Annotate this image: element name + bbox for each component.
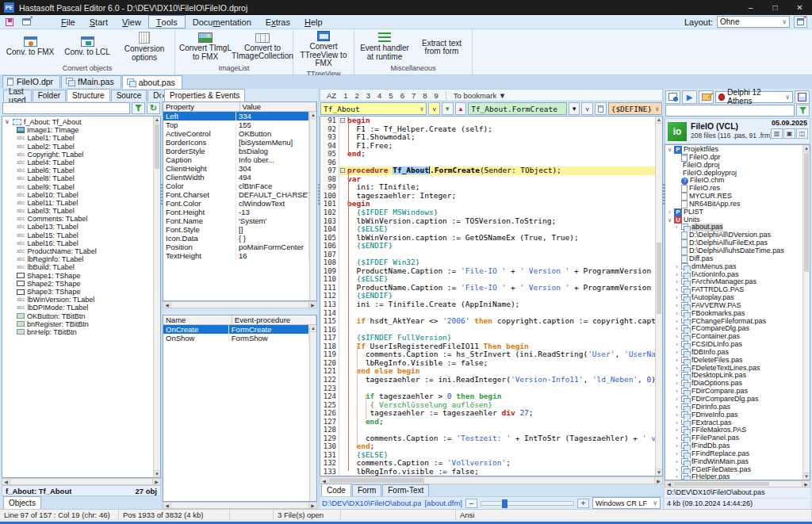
toolbar-button-convert-timgl-to-fmx[interactable]: Convert TImgL to FMX: [177, 31, 234, 63]
code-line-120[interactable]: 120 lbRegInfo.Visible := false;: [320, 359, 655, 368]
file-tree-item-fdeletetextlines-pas[interactable]: ›FDeleteTextLines.pas: [667, 365, 802, 373]
code-line-113[interactable]: 113 ini := Tinifile.Create (AppIniName);: [320, 300, 655, 309]
filter-button[interactable]: [132, 102, 145, 114]
scroll-left-icon[interactable]: ◀: [163, 503, 171, 508]
file-tree-item-fhelper-pas[interactable]: ›FHelper.pas: [667, 473, 802, 480]
column-value[interactable]: Value: [240, 102, 317, 111]
tree-item-lbwinversion[interactable]: abclbWinVersion: TLabel: [4, 296, 153, 304]
file-tree-item-ffilepanel-pas[interactable]: ›FFilePanel.pas: [667, 434, 802, 442]
chevron-collapsed-icon[interactable]: ›: [674, 333, 680, 341]
splitter-middle[interactable]: [318, 89, 320, 509]
toolbar-button-convert-to-timagecollection[interactable]: Convert to TImageCollection: [234, 32, 291, 63]
file-tree-item-fileio-res[interactable]: FileIO.res: [667, 185, 802, 193]
property-row-top[interactable]: Top155: [163, 120, 309, 129]
properties-scrollbar[interactable]: ▲: [309, 112, 316, 300]
file-tree-item-ffindreplace-pas[interactable]: ›FFindReplace.pas: [667, 450, 802, 458]
code-line-125[interactable]: 125 { Verschlüsselung auflösen}: [320, 401, 655, 410]
bookmark-9[interactable]: 9: [435, 91, 439, 100]
define-select[interactable]: {$DEFINE} ∨: [608, 102, 662, 115]
toolbar-button-extract-text-from-form[interactable]: Extract text from form: [413, 36, 470, 58]
code-line-100[interactable]: 100 tageszaehler: Integer;: [320, 192, 655, 201]
zoom-in-button[interactable]: +: [577, 499, 589, 508]
menu-item-view[interactable]: View: [115, 15, 148, 29]
chevron-collapsed-icon[interactable]: ›: [674, 318, 680, 326]
code-line-99[interactable]: 99 ini: TInifile;: [320, 183, 655, 192]
property-row-font-name[interactable]: Font.Name'System': [163, 216, 309, 225]
property-row-left[interactable]: Left334: [163, 112, 309, 120]
next-method-button[interactable]: ▼: [442, 102, 454, 115]
chevron-expanded-icon[interactable]: ∨: [667, 216, 672, 224]
scroll-left-icon[interactable]: ◀: [320, 477, 328, 484]
scroll-down-icon[interactable]: ▼: [154, 470, 160, 477]
file-tree-item-fileio-dpr[interactable]: FileIO.dpr: [667, 154, 802, 162]
file-tree-item-fdbinfo-pas[interactable]: ›fDBInfo.pas: [667, 349, 802, 357]
code-line-95[interactable]: 95end;: [320, 150, 655, 159]
tree-item-comments[interactable]: abcComments: TLabel: [4, 215, 153, 223]
chevron-collapsed-icon[interactable]: ›: [674, 442, 680, 450]
minimize-button[interactable]: –: [738, 0, 763, 15]
chevron-collapsed-icon[interactable]: ›: [674, 473, 680, 480]
sync-button[interactable]: [595, 102, 607, 115]
maximize-button[interactable]: □: [763, 0, 787, 15]
property-row-font-height[interactable]: Font.Height-13: [163, 208, 309, 216]
event-row-onshow[interactable]: OnShowFormShow: [163, 334, 309, 342]
column-event-name[interactable]: Name: [163, 316, 232, 324]
project-tree-scrollbar[interactable]: ▲ ▼: [802, 145, 810, 480]
tree-item-label3[interactable]: abcLabel3: TLabel: [4, 207, 153, 215]
menu-item-tools[interactable]: Tools: [148, 15, 186, 29]
chevron-expanded-icon[interactable]: ∨: [4, 118, 10, 126]
scroll-left-icon[interactable]: ◀: [665, 481, 673, 487]
bookmark-az-button[interactable]: AZ: [327, 91, 336, 100]
tab-objects[interactable]: Objects: [3, 496, 41, 509]
chevron-collapsed-icon[interactable]: ›: [674, 434, 680, 442]
chevron-collapsed-icon[interactable]: ›: [674, 426, 680, 434]
tab-last-used[interactable]: Last used: [3, 90, 32, 101]
chevron-collapsed-icon[interactable]: ›: [674, 450, 680, 458]
scroll-up-icon[interactable]: ▲: [310, 112, 316, 119]
property-row-clientwidth[interactable]: ClientWidth494: [163, 173, 309, 182]
chevron-collapsed-icon[interactable]: ›: [674, 466, 680, 474]
property-row-icon-data[interactable]: Icon.Data{ }: [163, 234, 309, 243]
tree-item-label4[interactable]: abcLabel4: TLabel: [4, 159, 153, 166]
file-tree-item-d-delphiall-ufileext-pas[interactable]: D:\DelphiAll\uFileExt.pas: [667, 239, 802, 247]
method-down-button[interactable]: ▼: [569, 102, 580, 115]
inspector-splitter[interactable]: [163, 308, 317, 315]
folder-new-button[interactable]: ▣: [783, 128, 795, 139]
property-row-font-color[interactable]: Font.ColorclWindowText: [163, 199, 309, 208]
chevron-collapsed-icon[interactable]: ›: [674, 341, 680, 349]
code-line-105[interactable]: 105 lbWinVersion.caption := GetOSNameEx …: [320, 234, 655, 243]
chevron-collapsed-icon[interactable]: ›: [667, 208, 672, 216]
toolbar-button-convert-ttreeview-to-fmx[interactable]: Convert TTreeView to FMX: [295, 29, 352, 70]
file-tree-item-farchivmanager-pas[interactable]: ›FArchivManager.pas: [667, 278, 802, 286]
code-line-92[interactable]: 92 F1 := Tf_Helper.Create (self);: [320, 125, 655, 134]
code-line-107[interactable]: 107: [320, 251, 655, 259]
code-line-104[interactable]: 104 {$ELSE}: [320, 225, 655, 234]
code-line-131[interactable]: 131 {$ELSE}: [320, 451, 655, 460]
refresh-button[interactable]: ↻: [147, 102, 160, 114]
tree-item-label6[interactable]: abcLabel6: TLabel: [4, 166, 153, 174]
file-tree-item-fcsidlinfo-pas[interactable]: ›FCSIDLInfo.pas: [667, 341, 802, 349]
code-editor[interactable]: 91–begin92 F1 := Tf_Helper.Create (self)…: [320, 116, 663, 476]
tree-item-label2[interactable]: abcLabel2: TLabel: [4, 143, 153, 151]
file-tree-item-favverw-pas[interactable]: ›FAVVERW.PAS: [667, 302, 802, 310]
code-line-97[interactable]: 97–procedure Tf_About.FormCreate(Sender:…: [320, 166, 655, 175]
property-row-font-charset[interactable]: Font.CharsetDEFAULT_CHARSET: [163, 190, 309, 199]
events-hscrollbar[interactable]: ◀ ▶: [163, 502, 317, 509]
toolbar-button-conv-to-lcl[interactable]: Conv. to LCL: [59, 35, 116, 59]
method-jump-button[interactable]: v: [581, 102, 593, 115]
code-line-116[interactable]: 116: [320, 326, 655, 335]
properties-hscrollbar[interactable]: ◀ ▶: [163, 301, 317, 308]
property-row-borderstyle[interactable]: BorderStylebsDialog: [163, 147, 309, 155]
column-property[interactable]: Property: [163, 102, 240, 111]
scroll-right-icon[interactable]: ▶: [152, 479, 160, 484]
tab-source[interactable]: Source: [111, 90, 147, 101]
scroll-up-icon[interactable]: ▲: [803, 145, 810, 152]
code-line-132[interactable]: 132 comments.Caption := 'Vollversion';: [320, 459, 655, 468]
code-line-98[interactable]: 98var: [320, 175, 655, 184]
file-tree-item-fileio-chm[interactable]: ?FileIO.chm: [667, 177, 802, 185]
tree-item-label11[interactable]: abcLabel11: TLabel: [4, 199, 153, 207]
menu-item-file[interactable]: File: [54, 15, 82, 29]
property-row-font-style[interactable]: Font.Style[]: [163, 225, 309, 234]
doc-tab-about-pas[interactable]: about.pas: [122, 75, 182, 89]
file-tree-item-mycur-res[interactable]: MYCUR.RES: [667, 193, 802, 201]
